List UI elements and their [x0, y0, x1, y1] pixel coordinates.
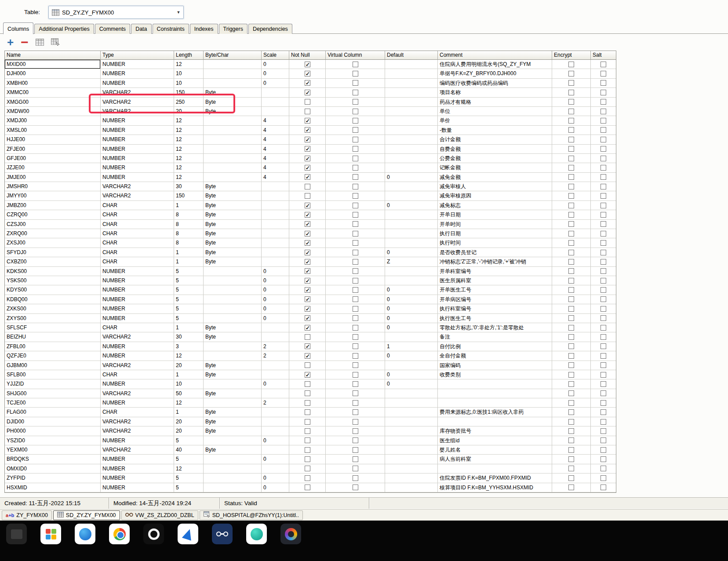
- cell-default[interactable]: 0: [385, 379, 438, 389]
- virtual-column-checkbox[interactable]: [353, 250, 358, 255]
- encrypt-checkbox[interactable]: [568, 325, 574, 331]
- virtual-column-checkbox[interactable]: [353, 231, 358, 237]
- cell-scale[interactable]: 0: [262, 314, 289, 323]
- encrypt-checkbox[interactable]: [568, 146, 574, 152]
- cell-byte-char[interactable]: [204, 79, 262, 88]
- cell-type[interactable]: NUMBER: [101, 163, 174, 172]
- cell-default[interactable]: [385, 229, 438, 238]
- cell-byte-char[interactable]: [204, 154, 262, 163]
- not-null-checkbox[interactable]: [305, 428, 310, 434]
- grid-view-button[interactable]: [36, 39, 44, 46]
- cell-comment[interactable]: 开单时间: [438, 220, 552, 229]
- cell-default[interactable]: [385, 220, 438, 229]
- virtual-column-checkbox[interactable]: [353, 184, 358, 189]
- cell-length[interactable]: 1: [174, 323, 204, 332]
- salt-checkbox[interactable]: [601, 325, 606, 331]
- cell-scale[interactable]: 4: [262, 154, 289, 163]
- cell-byte-char[interactable]: [204, 295, 262, 304]
- cell-type[interactable]: CHAR: [101, 323, 174, 332]
- cell-byte-char[interactable]: Byte: [204, 201, 262, 210]
- remove-column-button[interactable]: −: [21, 38, 29, 46]
- cell-comment[interactable]: 执行医生工号: [438, 314, 552, 323]
- virtual-column-checkbox[interactable]: [353, 240, 358, 246]
- cell-scale[interactable]: 4: [262, 135, 289, 144]
- virtual-column-checkbox[interactable]: [353, 447, 358, 453]
- encrypt-checkbox[interactable]: [568, 62, 574, 67]
- taskbar-icon-6[interactable]: [178, 524, 198, 544]
- salt-checkbox[interactable]: [601, 240, 606, 246]
- cell-type[interactable]: VARCHAR2: [101, 445, 174, 455]
- salt-checkbox[interactable]: [601, 137, 606, 142]
- cell-default[interactable]: [385, 79, 438, 88]
- cell-name[interactable]: ZYFPID: [5, 474, 101, 483]
- salt-checkbox[interactable]: [601, 212, 606, 218]
- cell-default[interactable]: 0: [385, 295, 438, 304]
- cell-byte-char[interactable]: [204, 60, 262, 69]
- cell-scale[interactable]: 4: [262, 126, 289, 135]
- cell-name[interactable]: BRDQKS: [5, 455, 101, 464]
- cell-comment[interactable]: -数量: [438, 126, 552, 135]
- cell-length[interactable]: 12: [174, 60, 204, 69]
- cell-length[interactable]: 20: [174, 417, 204, 426]
- salt-checkbox[interactable]: [601, 250, 606, 255]
- cell-type[interactable]: NUMBER: [101, 69, 174, 78]
- not-null-checkbox[interactable]: [305, 137, 310, 142]
- encrypt-checkbox[interactable]: [568, 250, 574, 255]
- cell-name[interactable]: YEXM00: [5, 445, 101, 455]
- virtual-column-checkbox[interactable]: [353, 409, 358, 415]
- cell-length[interactable]: 12: [174, 351, 204, 361]
- cell-name[interactable]: SFLB00: [5, 370, 101, 379]
- salt-checkbox[interactable]: [601, 184, 606, 189]
- cell-type[interactable]: NUMBER: [101, 126, 174, 135]
- cell-default[interactable]: [385, 116, 438, 125]
- cell-comment[interactable]: 婴儿姓名: [438, 445, 552, 455]
- cell-type[interactable]: CHAR: [101, 238, 174, 248]
- not-null-checkbox[interactable]: [305, 466, 310, 471]
- salt-checkbox[interactable]: [601, 165, 606, 171]
- cell-name[interactable]: GJBM00: [5, 361, 101, 370]
- cell-length[interactable]: 12: [174, 464, 204, 474]
- cell-name[interactable]: GFJE00: [5, 154, 101, 163]
- table-row[interactable]: HJJE00NUMBER124合计金额: [5, 135, 616, 144]
- encrypt-checkbox[interactable]: [568, 400, 574, 406]
- salt-checkbox[interactable]: [601, 419, 606, 425]
- cell-length[interactable]: 10: [174, 79, 204, 88]
- not-null-checkbox[interactable]: [305, 419, 310, 425]
- virtual-column-checkbox[interactable]: [353, 99, 358, 105]
- cell-comment[interactable]: [438, 464, 552, 474]
- encrypt-checkbox[interactable]: [568, 437, 574, 443]
- cell-type[interactable]: CHAR: [101, 408, 174, 417]
- cell-default[interactable]: [385, 69, 438, 78]
- salt-checkbox[interactable]: [601, 334, 606, 340]
- cell-comment[interactable]: 执行日期: [438, 229, 552, 238]
- cell-length[interactable]: 8: [174, 210, 204, 219]
- salt-checkbox[interactable]: [601, 447, 606, 453]
- taskbar-icon-8[interactable]: [246, 524, 267, 544]
- cell-scale[interactable]: 4: [262, 116, 289, 125]
- salt-checkbox[interactable]: [601, 156, 606, 161]
- virtual-column-checkbox[interactable]: [353, 287, 358, 293]
- cell-default[interactable]: [385, 191, 438, 200]
- cell-name[interactable]: XMGG00: [5, 98, 101, 107]
- virtual-column-checkbox[interactable]: [353, 362, 358, 368]
- salt-checkbox[interactable]: [601, 456, 606, 462]
- encrypt-checkbox[interactable]: [568, 409, 574, 415]
- cell-name[interactable]: CXBZ00: [5, 257, 101, 266]
- cell-name[interactable]: YSKS00: [5, 276, 101, 285]
- cell-comment[interactable]: 开单医生工号: [438, 285, 552, 295]
- salt-checkbox[interactable]: [601, 484, 606, 490]
- salt-checkbox[interactable]: [601, 118, 606, 124]
- cell-name[interactable]: TCJE00: [5, 398, 101, 408]
- cell-type[interactable]: NUMBER: [101, 351, 174, 361]
- cell-length[interactable]: 8: [174, 229, 204, 238]
- cell-byte-char[interactable]: Byte: [204, 332, 262, 342]
- virtual-column-checkbox[interactable]: [353, 268, 358, 274]
- encrypt-checkbox[interactable]: [568, 475, 574, 481]
- encrypt-checkbox[interactable]: [568, 419, 574, 425]
- cell-default[interactable]: [385, 398, 438, 408]
- cell-comment[interactable]: 减免审核原因: [438, 191, 552, 200]
- salt-checkbox[interactable]: [601, 268, 606, 274]
- cell-byte-char[interactable]: Byte: [204, 248, 262, 257]
- cell-length[interactable]: 20: [174, 107, 204, 116]
- cell-length[interactable]: 5: [174, 474, 204, 483]
